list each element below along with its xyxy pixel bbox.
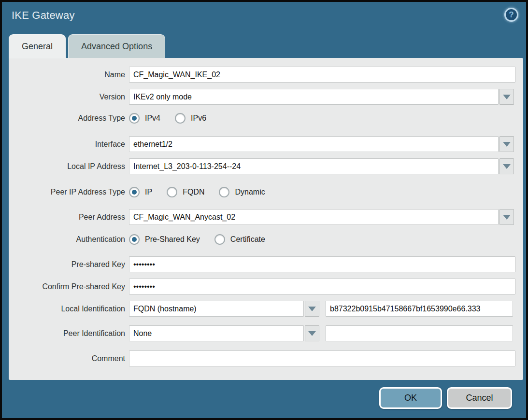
local-identification-value-input[interactable]	[326, 301, 513, 317]
dialog-titlebar: IKE Gateway ?	[2, 2, 526, 32]
interface-label: Interface	[9, 140, 125, 149]
local-identification-dropdown-button[interactable]	[305, 301, 319, 317]
name-input[interactable]	[129, 67, 515, 83]
authentication-row: Authentication Pre-Shared Key Certificat…	[9, 233, 265, 246]
peer-ip-address-type-label: Peer IP Address Type	[9, 188, 125, 196]
peer-address-row: Peer Address	[9, 209, 514, 225]
confirm-pre-shared-key-input[interactable]	[129, 279, 515, 294]
peer-identification-value-input[interactable]	[326, 325, 513, 341]
peer-identification-row: Peer Identification	[9, 325, 513, 341]
ok-button[interactable]: OK	[379, 387, 442, 409]
pre-shared-key-label: Pre-shared Key	[9, 260, 125, 269]
radio-button-icon[interactable]	[129, 234, 140, 245]
version-label: Version	[9, 93, 125, 101]
authentication-label: Authentication	[9, 235, 125, 244]
pre-shared-key-row: Pre-shared Key	[9, 256, 515, 272]
radio-button-icon[interactable]	[167, 187, 177, 197]
peer-ip-type-fqdn-label: FQDN	[183, 188, 204, 196]
authentication-certificate-label: Certificate	[230, 235, 265, 244]
address-type-row: Address Type IPv4 IPv6	[9, 112, 206, 125]
dialog-title: IKE Gateway	[12, 9, 75, 22]
chevron-down-icon	[503, 142, 511, 147]
address-type-ipv4-option[interactable]: IPv4	[129, 113, 160, 124]
peer-ip-type-ip-label: IP	[145, 188, 152, 196]
radio-button-icon[interactable]	[219, 187, 229, 197]
help-icon[interactable]: ?	[504, 8, 518, 22]
tab-advanced-options[interactable]: Advanced Options	[68, 34, 165, 58]
cancel-button[interactable]: Cancel	[447, 387, 512, 409]
authentication-psk-label: Pre-Shared Key	[145, 235, 200, 244]
address-type-ipv6-option[interactable]: IPv6	[175, 113, 206, 124]
radio-button-icon[interactable]	[214, 234, 225, 245]
peer-identification-type-select[interactable]	[129, 325, 304, 341]
peer-ip-type-dynamic-option[interactable]: Dynamic	[219, 187, 265, 197]
peer-address-select-input[interactable]	[129, 209, 499, 225]
version-row: Version	[9, 89, 514, 105]
general-tab-panel: Name Version Address Type IPv4	[9, 58, 523, 380]
confirm-pre-shared-key-label: Confirm Pre-shared Key	[9, 282, 125, 291]
peer-ip-type-fqdn-option[interactable]: FQDN	[167, 187, 204, 197]
name-row: Name	[9, 67, 515, 83]
comment-input[interactable]	[129, 350, 515, 366]
peer-ip-type-ip-option[interactable]: IP	[129, 187, 152, 197]
authentication-certificate-option[interactable]: Certificate	[214, 234, 265, 245]
tab-general-label: General	[22, 42, 53, 52]
version-select-input[interactable]	[129, 89, 499, 105]
chevron-down-icon	[503, 215, 511, 220]
peer-identification-label: Peer Identification	[9, 329, 125, 338]
cancel-button-label: Cancel	[466, 393, 493, 403]
confirm-pre-shared-key-row: Confirm Pre-shared Key	[9, 279, 515, 294]
address-type-ipv6-label: IPv6	[191, 114, 206, 123]
version-dropdown-button[interactable]	[499, 89, 514, 105]
local-ip-address-select-input[interactable]	[129, 158, 499, 174]
tab-general[interactable]: General	[9, 34, 66, 58]
chevron-down-icon	[503, 95, 511, 99]
comment-row: Comment	[9, 350, 515, 366]
local-ip-address-dropdown-button[interactable]	[499, 158, 514, 174]
local-identification-label: Local Identification	[9, 305, 125, 313]
ike-gateway-dialog: IKE Gateway ? General Advanced Options N…	[0, 0, 528, 420]
local-ip-address-label: Local IP Address	[9, 162, 125, 171]
peer-address-dropdown-button[interactable]	[499, 209, 514, 225]
interface-dropdown-button[interactable]	[499, 136, 514, 152]
interface-select-input[interactable]	[129, 136, 499, 152]
peer-identification-dropdown-button[interactable]	[305, 325, 319, 341]
chevron-down-icon	[308, 331, 316, 336]
address-type-ipv4-label: IPv4	[145, 114, 160, 123]
tab-bar: General Advanced Options	[9, 34, 165, 58]
chevron-down-icon	[308, 307, 316, 311]
peer-ip-address-type-row: Peer IP Address Type IP FQDN Dynamic	[9, 185, 265, 199]
local-ip-address-row: Local IP Address	[9, 158, 514, 174]
address-type-label: Address Type	[9, 114, 125, 123]
interface-row: Interface	[9, 136, 514, 152]
radio-button-icon[interactable]	[175, 113, 186, 124]
peer-address-label: Peer Address	[9, 213, 125, 222]
peer-ip-type-dynamic-label: Dynamic	[235, 188, 265, 196]
radio-button-icon[interactable]	[129, 113, 140, 124]
name-label: Name	[9, 70, 125, 79]
pre-shared-key-input[interactable]	[129, 256, 515, 272]
local-identification-type-select[interactable]	[129, 301, 304, 317]
local-identification-row: Local Identification	[9, 301, 513, 317]
chevron-down-icon	[503, 164, 511, 169]
radio-button-icon[interactable]	[129, 187, 140, 197]
tab-advanced-options-label: Advanced Options	[81, 42, 152, 52]
ok-button-label: OK	[404, 393, 417, 403]
comment-label: Comment	[9, 354, 125, 363]
authentication-psk-option[interactable]: Pre-Shared Key	[129, 234, 200, 245]
